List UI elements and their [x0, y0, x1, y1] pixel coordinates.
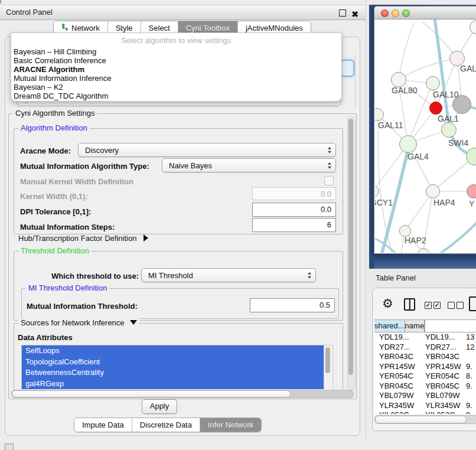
table-row[interactable]: YDL19... YDL19... 13	[374, 332, 476, 343]
algorithm-option[interactable]: Mutual Information Inference	[11, 74, 341, 83]
bottom-tabbar: Impute Data Discretize Data Infer Networ…	[74, 418, 262, 432]
table-row[interactable]: YBR043C YBR043C	[374, 352, 476, 362]
table-row[interactable]: YLR345W YLR345W 9.	[374, 401, 476, 411]
focused-combo-fragment[interactable]	[341, 60, 354, 77]
network-node[interactable]	[429, 102, 442, 115]
aracne-mode-label: Aracne Mode:	[20, 146, 71, 155]
network-node[interactable]	[399, 225, 411, 237]
column-header[interactable]	[425, 320, 425, 332]
settings-gear-icon[interactable]: ⚙	[382, 296, 393, 311]
apply-button[interactable]: Apply	[142, 399, 177, 414]
which-threshold-value: MI Threshold	[148, 271, 193, 280]
scrollbar-thumb[interactable]	[12, 390, 291, 397]
attribute-item[interactable]: SelfLoops	[22, 345, 324, 357]
cell-name: YIL052C	[420, 410, 464, 414]
attribute-item[interactable]: BetweennessCentrality	[22, 367, 324, 379]
table-row[interactable]: YIL052C YIL052C 9	[374, 410, 476, 414]
network-node[interactable]	[399, 135, 417, 153]
mi-steps-input[interactable]: 6	[252, 218, 336, 232]
deselect-all-icon[interactable]	[457, 302, 464, 309]
cell-name: YDR27...	[420, 343, 464, 353]
cell-extra	[464, 391, 476, 401]
stepper-arrows-icon	[328, 147, 331, 154]
algorithm-definition-title: Algorithm Definition	[18, 123, 90, 132]
table-row[interactable]: YBR045C YBR045C 9.	[374, 381, 476, 392]
settings-vertical-scrollbar[interactable]	[347, 116, 356, 390]
cell-name: YBR043C	[420, 352, 464, 362]
deselect-all-icon[interactable]	[448, 302, 455, 309]
attributes-scrollbar[interactable]	[324, 346, 332, 390]
select-all-icon[interactable]: ✓	[425, 302, 432, 309]
table-panel-body: ⚙ ✓ ✓ shared...name YDL19... YDL19... 13…	[372, 288, 476, 431]
kernel-width-input[interactable]: 0.0	[252, 187, 336, 200]
cell-shared-name: YPR145W	[374, 362, 420, 372]
window-corner-mark	[0, 0, 1, 4]
algorithm-option[interactable]: Bayesian – K2	[11, 83, 341, 92]
network-node[interactable]	[441, 122, 457, 138]
algorithm-option[interactable]: ARACNE Algorithm	[11, 65, 341, 74]
bottom-tab[interactable]: Impute Data	[74, 418, 132, 432]
node-label: GAL1	[438, 114, 459, 123]
sources-title-label: Sources for Network Inference	[21, 318, 125, 327]
close-icon[interactable]: ✖	[351, 7, 358, 21]
dpi-tolerance-input[interactable]: 0.0	[252, 203, 336, 217]
bottom-tab-label: Discretize Data	[140, 418, 192, 432]
kernel-width-label: Kernel Width (0,1):	[20, 192, 88, 201]
algorithm-option[interactable]: Basic Correlation Inference	[11, 56, 341, 65]
bottom-tab[interactable]: Infer Network	[200, 418, 261, 432]
hidden-group-border	[355, 54, 356, 107]
mi-threshold-input[interactable]: 0.5	[250, 298, 335, 312]
cell-extra: 9	[464, 410, 476, 414]
mi-algorithm-type-select[interactable]: Naive Bayes	[162, 158, 336, 172]
float-window-icon[interactable]	[339, 9, 346, 17]
table-row[interactable]: YDR27... YDR27... 12	[374, 343, 476, 353]
which-threshold-select[interactable]: MI Threshold	[141, 268, 316, 282]
mi-threshold-label: Mutual Information Threshold:	[27, 302, 138, 311]
node-label: GAL10	[433, 90, 459, 99]
node-label: HAP4	[433, 198, 455, 207]
table-row[interactable]: YER054C YER054C 8.	[374, 371, 476, 381]
node-label: GAL4	[407, 152, 429, 161]
app-root: Control Panel ✖ Network Style Sele	[0, 0, 476, 450]
table-row[interactable]: YPR145W YPR145W 9.	[374, 362, 476, 372]
panel-title: Control Panel	[6, 8, 53, 17]
settings-horizontal-scrollbar[interactable]	[11, 390, 354, 398]
minimize-traffic-light[interactable]	[392, 9, 399, 17]
bottom-tab[interactable]: Discretize Data	[132, 418, 200, 432]
manual-kernel-checkbox[interactable]	[324, 176, 334, 185]
attribute-item[interactable]: TopologicalCoefficient	[22, 357, 324, 368]
hub-definition-label: Hub/Transcription Factor Definition	[18, 234, 136, 243]
cell-name: YBR045C	[420, 381, 464, 392]
algorithm-option[interactable]: Dream8 DC_TDC Algorithm	[11, 92, 341, 100]
network-node[interactable]	[426, 184, 440, 198]
mi-steps-label: Mutual Information Steps:	[20, 223, 115, 231]
algorithm-option[interactable]: Bayesian – Hill Climbing	[11, 47, 341, 56]
table-row[interactable]: YBL079W YBL079W	[374, 391, 476, 401]
scrollbar-thumb[interactable]	[375, 416, 467, 423]
bottom-left-partial-icon[interactable]	[5, 444, 14, 450]
mi-type-label: Mutual Information Algorithm Type:	[20, 162, 149, 171]
network-canvas[interactable]: GALGAL80GAL10GAL1GAL11SWI4GAL4GCY1HAP4YH…	[375, 19, 476, 253]
new-table-icon[interactable]	[469, 296, 476, 311]
aracne-mode-select[interactable]: Discovery	[78, 143, 336, 157]
network-node[interactable]	[426, 76, 440, 90]
network-window-titlebar[interactable]	[374, 6, 476, 19]
hub-definition-toggle[interactable]: Hub/Transcription Factor Definition	[18, 234, 148, 243]
select-all-icon[interactable]: ✓	[433, 302, 441, 309]
column-header[interactable]: name	[405, 320, 425, 332]
close-traffic-light[interactable]	[381, 9, 389, 17]
zoom-traffic-light[interactable]	[402, 9, 410, 17]
scrollbar-thumb[interactable]	[325, 347, 330, 373]
table-horizontal-scrollbar[interactable]	[374, 415, 476, 424]
cell-shared-name: YBR045C	[374, 381, 420, 392]
column-header[interactable]: shared...	[374, 320, 405, 332]
split-columns-icon[interactable]	[404, 298, 415, 311]
scrollbar-thumb[interactable]	[348, 119, 353, 375]
expand-arrow-icon	[144, 234, 148, 242]
algorithm-definition-group: Algorithm Definition Aracne Mode: Discov…	[14, 128, 343, 234]
bottom-tab-label: Infer Network	[208, 418, 253, 432]
table-toolbar: ⚙ ✓ ✓	[373, 293, 476, 317]
attribute-item[interactable]: gal4RGexp	[22, 379, 324, 390]
sources-title[interactable]: Sources for Network Inference	[18, 318, 139, 327]
cell-shared-name: YLR345W	[374, 401, 420, 411]
